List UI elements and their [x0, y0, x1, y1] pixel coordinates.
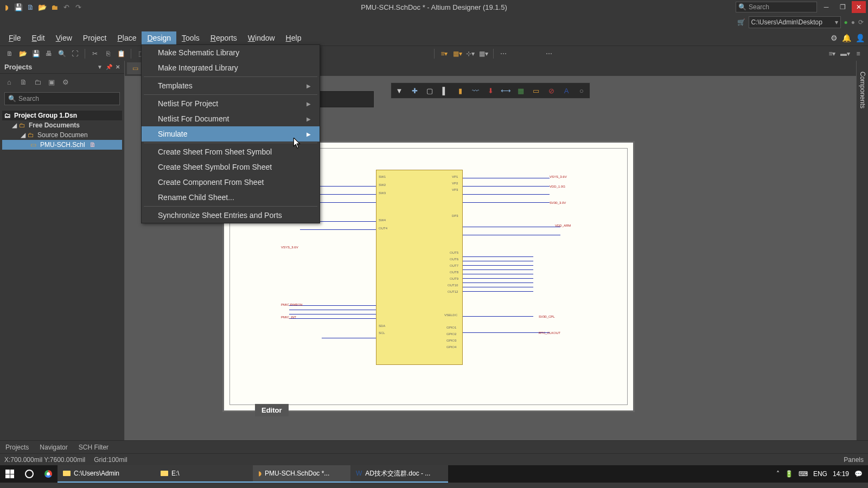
home-icon[interactable]: ⌂ — [4, 77, 14, 87]
tray-chevron-icon[interactable]: ˄ — [776, 470, 780, 478]
menu-templates[interactable]: Templates▶ — [142, 78, 320, 93]
warning-icon[interactable]: ⊘ — [544, 84, 558, 97]
cortana-button[interactable] — [20, 465, 39, 483]
tab-sch-filter[interactable]: SCH Filter — [73, 441, 114, 453]
align-icon[interactable]: ≡▾ — [439, 48, 450, 59]
down-arrow-icon[interactable]: ⬇ — [483, 84, 497, 97]
print-doc-icon[interactable]: 🖶 — [43, 48, 54, 59]
status-dot-grey-icon[interactable]: ● — [851, 18, 855, 26]
user-icon[interactable]: 👤 — [856, 34, 865, 42]
menu-make-schematic-library[interactable]: Make Schematic Library — [142, 45, 320, 60]
list-icon[interactable]: ≡▾ — [827, 48, 838, 59]
gear-icon[interactable]: ⚙ — [61, 77, 71, 87]
print-icon[interactable]: 🖿 — [50, 3, 59, 11]
notification-center-icon[interactable]: 💬 — [854, 470, 863, 478]
simulate-submenu[interactable] — [320, 91, 374, 107]
taskbar-item-word[interactable]: WAD技术交流群.doc - ... — [350, 465, 448, 483]
grid-icon[interactable]: ▦▾ — [452, 48, 463, 59]
new-doc-icon[interactable]: 🗎 — [4, 48, 15, 59]
keyboard-icon[interactable]: ⌨ — [799, 470, 808, 478]
menu-create-component-from-sheet[interactable]: Create Component From Sheet — [142, 175, 320, 190]
tree-free-documents[interactable]: ◢ 🗀 Free Documents — [2, 120, 122, 130]
settings-icon[interactable]: ⚙ — [831, 34, 838, 42]
open-icon[interactable]: 📂 — [38, 3, 47, 11]
taskbar-item-explorer2[interactable]: E:\ — [155, 465, 253, 483]
buy-icon[interactable]: 🛒 — [737, 18, 745, 26]
wave-icon[interactable]: 〰 — [468, 84, 482, 97]
workspace-path[interactable]: C:\Users\Admin\Desktop ▾ — [749, 16, 841, 28]
panel-pin-icon[interactable]: 📌 — [106, 64, 112, 70]
status-dot-green-icon[interactable]: ● — [844, 18, 848, 26]
ic-component[interactable] — [376, 170, 463, 365]
menu-netlist-project[interactable]: Netlist For Project▶ — [142, 96, 320, 111]
circle-icon[interactable]: ○ — [575, 84, 589, 97]
tab-navigator[interactable]: Navigator — [34, 441, 73, 453]
paste-icon[interactable]: 📋 — [116, 48, 126, 59]
save-icon[interactable]: 💾 — [14, 3, 23, 11]
text-icon[interactable]: A — [559, 84, 573, 97]
tree-source-documents[interactable]: ◢ 🗀 Source Documen — [2, 130, 122, 140]
components-panel-collapsed[interactable]: Components — [856, 61, 868, 440]
taskbar-item-explorer1[interactable]: C:\Users\Admin — [58, 465, 155, 483]
measure-icon[interactable]: ⟷ — [499, 84, 513, 97]
global-search[interactable]: 🔍 Search — [736, 2, 817, 12]
menu-make-integrated-library[interactable]: Make Integrated Library — [142, 60, 320, 75]
language-indicator[interactable]: ENG — [813, 470, 827, 478]
copy-icon[interactable]: ⎘ — [103, 48, 113, 59]
clock[interactable]: 14:19 — [833, 470, 849, 478]
refresh-icon[interactable]: ⟳ — [858, 18, 864, 26]
menu-simulate[interactable]: Simulate▶ — [142, 126, 320, 142]
note-icon[interactable]: ▭ — [529, 84, 543, 97]
save-all-icon[interactable]: 🗎 — [26, 3, 35, 11]
battery-icon[interactable]: 🔋 — [785, 470, 793, 478]
start-button[interactable] — [0, 465, 20, 483]
board-icon[interactable]: ▣ — [47, 77, 56, 87]
menu-view[interactable]: View — [50, 31, 78, 44]
menu-project[interactable]: Project — [78, 31, 112, 44]
maximize-button[interactable]: ❐ — [835, 1, 850, 13]
doc-icon[interactable]: 🗎 — [18, 77, 28, 87]
menu-design[interactable]: Design — [142, 31, 176, 44]
list2-icon[interactable]: ≡ — [853, 48, 864, 59]
save-doc-icon[interactable]: 💾 — [30, 48, 41, 59]
menu-help[interactable]: Help — [280, 31, 307, 44]
zoom-fit-icon[interactable]: ⛶ — [69, 48, 80, 59]
notifications-icon[interactable]: 🔔 — [842, 34, 851, 42]
cut-icon[interactable]: ✂ — [90, 48, 100, 59]
more2-icon[interactable]: ⋯ — [544, 48, 554, 59]
folder-icon[interactable]: 🗀 — [33, 77, 42, 87]
rect-icon[interactable]: ▢ — [423, 84, 437, 97]
menu-create-sheet-from-symbol[interactable]: Create Sheet From Sheet Symbol — [142, 144, 320, 159]
panel-close-icon[interactable]: ✕ — [116, 64, 120, 70]
open-doc-icon[interactable]: 📂 — [17, 48, 28, 59]
panel-search[interactable]: 🔍 Search — [4, 92, 120, 105]
redo-icon[interactable]: ↷ — [74, 3, 82, 11]
menu-tools[interactable]: Tools — [176, 31, 205, 44]
menu-file[interactable]: File — [3, 31, 27, 44]
grid2-icon[interactable]: ▦▾ — [478, 48, 489, 59]
chrome-button[interactable] — [39, 465, 58, 483]
menu-create-symbol-from-sheet[interactable]: Create Sheet Symbol From Sheet — [142, 159, 320, 175]
ruler-icon[interactable]: ▬▾ — [840, 48, 851, 59]
cross-icon[interactable]: ✚ — [407, 84, 422, 97]
menu-window[interactable]: Window — [242, 31, 280, 44]
close-button[interactable]: ✕ — [852, 1, 866, 13]
menu-edit[interactable]: Edit — [27, 31, 50, 44]
panels-button[interactable]: Panels — [844, 456, 864, 464]
undo-icon[interactable]: ↶ — [62, 3, 71, 11]
zoom-icon[interactable]: 🔍 — [56, 48, 67, 59]
tree-file-pmu-sch[interactable]: ▭ PMU-SCH.Schl 🗎 — [2, 140, 122, 150]
filter-icon[interactable]: ▼ — [392, 84, 406, 97]
menu-sync-sheet-entries[interactable]: Synchronize Sheet Entries and Ports — [142, 208, 320, 223]
menu-reports[interactable]: Reports — [205, 31, 242, 44]
menu-rename-child-sheet[interactable]: Rename Child Sheet... — [142, 190, 320, 205]
snap-icon[interactable]: ⊹▾ — [465, 48, 476, 59]
menu-netlist-document[interactable]: Netlist For Document▶ — [142, 111, 320, 126]
component-icon[interactable]: ▦ — [514, 84, 528, 97]
editor-mode-tab[interactable]: Editor — [255, 404, 289, 416]
highlight-icon[interactable]: ▮ — [453, 84, 467, 97]
tab-projects[interactable]: Projects — [0, 441, 34, 453]
menu-place[interactable]: Place — [112, 31, 142, 44]
tree-root[interactable]: 🗂 Project Group 1.Dsn — [2, 111, 122, 120]
align-left-icon[interactable]: ▌ — [438, 84, 452, 97]
